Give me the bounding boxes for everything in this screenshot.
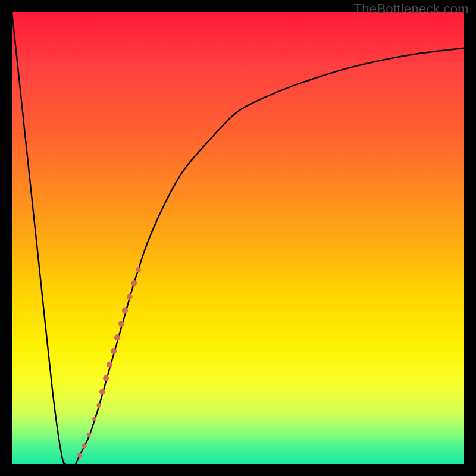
highlight-dot xyxy=(77,453,82,458)
plot-area xyxy=(12,12,464,464)
chart-frame: TheBottleneck.com xyxy=(0,0,476,476)
watermark-text: TheBottleneck.com xyxy=(354,1,469,17)
chart-svg xyxy=(12,12,464,464)
bottleneck-curve xyxy=(12,12,464,464)
highlight-dot xyxy=(118,321,124,327)
highlight-dot xyxy=(114,334,120,340)
highlight-dot xyxy=(96,403,101,408)
highlight-dot xyxy=(92,417,96,421)
highlight-dot xyxy=(136,267,141,272)
curve-path xyxy=(12,12,464,464)
highlight-dot xyxy=(127,294,133,300)
highlight-dot xyxy=(131,280,137,286)
highlight-points xyxy=(77,267,141,458)
highlight-dot xyxy=(122,308,128,314)
highlight-dot xyxy=(103,375,109,381)
highlight-dot xyxy=(111,348,117,354)
highlight-dot xyxy=(82,444,87,449)
highlight-dot xyxy=(107,362,112,368)
highlight-dot xyxy=(87,433,91,437)
highlight-dot xyxy=(99,389,105,394)
